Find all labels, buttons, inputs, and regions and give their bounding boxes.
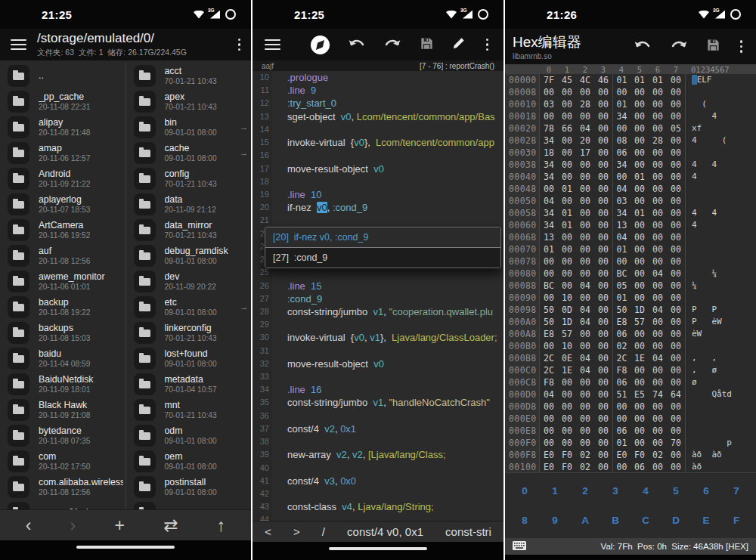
hex-byte-cell[interactable]: 00 (667, 364, 685, 376)
hex-byte-cell[interactable]: 00 (594, 135, 612, 147)
hex-byte-cell[interactable]: 13 (540, 231, 558, 243)
file-item[interactable]: bytedance20-11-08 07:35 (0, 422, 125, 448)
hex-key-B[interactable]: B (612, 515, 619, 526)
code-line[interactable]: if-nez v0, :cond_9 (272, 201, 503, 214)
hex-byte-cell[interactable]: 00 (558, 255, 576, 268)
file-item[interactable]: metadata70-01-04 10:57 (126, 371, 252, 397)
hex-byte-cell[interactable]: 00 (631, 437, 649, 449)
hex-byte-cell[interactable]: 18 (540, 147, 558, 159)
ascii-cell[interactable] (685, 195, 756, 207)
overflow-menu-icon[interactable] (739, 39, 745, 54)
hex-byte-cell[interactable]: 00 (667, 98, 685, 110)
hex-byte-cell[interactable]: 00 (667, 340, 685, 352)
hex-byte-cell[interactable]: 04 (540, 195, 558, 207)
hex-byte-cell[interactable]: 00 (649, 328, 667, 340)
class-tab-label[interactable]: aajf (262, 62, 274, 70)
hex-byte-cell[interactable]: 00 (558, 376, 576, 388)
hex-byte-cell[interactable]: 00 (667, 352, 685, 364)
file-item[interactable]: Black Hawk20-11-09 21:08 (0, 397, 125, 422)
hex-byte-cell[interactable]: F8 (540, 376, 558, 388)
hex-byte-cell[interactable]: 00 (576, 195, 594, 207)
hex-byte-cell[interactable]: 00 (558, 388, 576, 401)
hex-byte-cell[interactable]: 00 (667, 231, 685, 243)
hex-byte-cell[interactable]: 00 (667, 110, 685, 122)
hex-byte-cell[interactable]: 02 (576, 461, 594, 472)
hex-byte-cell[interactable]: 01 (612, 243, 631, 255)
hex-byte-cell[interactable]: 00 (667, 255, 685, 268)
hex-byte-cell[interactable]: 00 (649, 401, 667, 413)
file-item[interactable]: ArtCamera20-11-06 19:52 (0, 217, 125, 243)
hex-byte-cell[interactable]: 00 (631, 425, 649, 437)
ascii-cell[interactable] (685, 183, 756, 195)
redo-icon[interactable] (383, 37, 401, 53)
hex-byte-cell[interactable]: 00 (576, 388, 594, 401)
hex-byte-cell[interactable]: 00 (631, 364, 649, 376)
hex-byte-cell[interactable]: 00 (649, 207, 667, 219)
hex-byte-cell[interactable]: 34 (540, 219, 558, 231)
hex-byte-cell[interactable]: 01 (558, 183, 576, 195)
file-item[interactable]: backup20-11-08 19:22 (0, 294, 125, 320)
hex-byte-cell[interactable]: 00 (558, 280, 576, 292)
hex-byte-cell[interactable]: 34 (612, 207, 631, 219)
ascii-cell[interactable] (685, 147, 756, 159)
file-item[interactable]: lost+found09-01-01 08:00 (126, 345, 252, 371)
hex-byte-cell[interactable]: 00 (667, 159, 685, 171)
hex-byte-cell[interactable]: 00 (594, 304, 612, 316)
hex-key-2[interactable]: 2 (582, 485, 588, 497)
ascii-cell[interactable] (685, 425, 756, 437)
hex-byte-cell[interactable]: 00 (540, 413, 558, 425)
file-item[interactable]: linkerconfig70-01-21 10:43 (126, 320, 252, 345)
save-icon[interactable] (420, 36, 434, 54)
hex-byte-cell[interactable]: 00 (558, 98, 576, 110)
symbar-item[interactable]: const/4 v0, 0x1 (347, 525, 423, 538)
redo-icon[interactable] (670, 39, 688, 54)
overflow-menu-icon[interactable] (237, 37, 243, 52)
hex-byte-cell[interactable]: 04 (576, 316, 594, 328)
code-line[interactable] (272, 214, 503, 227)
code-line[interactable]: const-class v4, Ljava/lang/String; (272, 500, 503, 513)
file-item[interactable]: acct70-01-21 10:43 (126, 63, 252, 88)
hex-byte-cell[interactable]: 00 (649, 461, 667, 472)
file-item[interactable]: bin09-01-01 08:00→ (126, 114, 252, 140)
file-item[interactable]: com.cn21.vi (0, 500, 125, 509)
hex-byte-cell[interactable]: 00 (649, 437, 667, 449)
file-item[interactable]: cache09-01-01 08:00→ (126, 140, 252, 166)
hex-byte-cell[interactable]: E8 (612, 316, 631, 328)
hex-byte-cell[interactable]: 00 (631, 86, 649, 98)
file-item[interactable]: odm09-01-01 08:00 (126, 422, 252, 448)
ascii-cell[interactable]: 4 (685, 219, 756, 231)
hex-byte-cell[interactable]: 00 (631, 401, 649, 413)
hex-byte-cell[interactable]: 00 (667, 86, 685, 98)
hex-byte-cell[interactable]: 50 (540, 316, 558, 328)
hex-byte-cell[interactable]: 00 (649, 98, 667, 110)
hex-byte-cell[interactable]: 00 (649, 376, 667, 388)
hex-byte-cell[interactable]: 00 (631, 147, 649, 159)
hex-byte-cell[interactable]: 00 (594, 340, 612, 352)
hex-byte-cell[interactable]: 00 (558, 401, 576, 413)
hex-byte-cell[interactable]: 1D (558, 316, 576, 328)
menu-icon[interactable] (265, 39, 280, 51)
hex-byte-cell[interactable]: 00 (594, 437, 612, 449)
hex-byte-cell[interactable]: 00 (576, 425, 594, 437)
hex-byte-cell[interactable]: 04 (576, 352, 594, 364)
hex-byte-cell[interactable]: 00 (558, 243, 576, 255)
hex-byte-cell[interactable]: 34 (540, 159, 558, 171)
hex-byte-cell[interactable]: 00 (576, 413, 594, 425)
hex-byte-cell[interactable]: 01 (612, 437, 631, 449)
hex-byte-cell[interactable]: 06 (612, 376, 631, 388)
popup-item[interactable]: [20] if-nez v0, :cond_9 (265, 227, 500, 248)
hex-byte-cell[interactable]: 00 (594, 243, 612, 255)
ascii-cell[interactable]: , ø (685, 364, 756, 376)
hex-byte-cell[interactable]: 00 (667, 74, 685, 86)
hex-byte-cell[interactable]: 06 (612, 328, 631, 340)
hex-byte-cell[interactable]: 57 (558, 328, 576, 340)
hex-byte-cell[interactable]: 57 (631, 316, 649, 328)
hex-byte-cell[interactable]: 50 (540, 304, 558, 316)
hex-byte-cell[interactable]: 00 (540, 255, 558, 268)
file-item[interactable]: dev20-11-09 20:22 (126, 268, 252, 294)
back-button[interactable]: ‹ (26, 517, 32, 534)
hex-byte-cell[interactable]: 00 (631, 413, 649, 425)
file-item[interactable]: _pp_cache20-11-08 22:31 (0, 88, 125, 114)
hex-byte-cell[interactable]: 04 (576, 304, 594, 316)
symbar-item[interactable]: < (265, 525, 271, 538)
